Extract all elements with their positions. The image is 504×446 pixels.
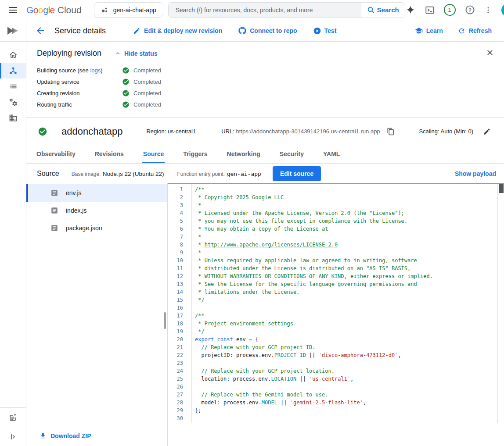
line-number: 24 bbox=[168, 367, 183, 375]
deploy-status-row: Building source (see logs) Completed bbox=[37, 64, 493, 76]
code-line: * Licensed under the Apache License, Ver… bbox=[195, 209, 497, 217]
line-number: 5 bbox=[168, 217, 183, 225]
code-line: * Project environment settings. bbox=[195, 320, 497, 328]
line-number: 14 bbox=[168, 288, 183, 296]
sidebar-item-list[interactable] bbox=[0, 78, 26, 94]
chevron-up-icon bbox=[115, 50, 121, 57]
gemini-sparkle-icon[interactable] bbox=[405, 5, 416, 15]
source-title: Source bbox=[37, 170, 59, 178]
file-item-package.json[interactable]: package.json bbox=[26, 219, 167, 237]
release-notes-button[interactable] bbox=[0, 407, 26, 427]
edit-deploy-button[interactable]: Edit & deploy new revision bbox=[133, 27, 222, 35]
expand-panel-icon bbox=[9, 433, 17, 441]
check-circle-icon bbox=[122, 67, 130, 74]
back-arrow-icon[interactable] bbox=[35, 25, 46, 36]
sidebar-item-home[interactable] bbox=[0, 47, 26, 63]
logs-link[interactable]: logs bbox=[90, 67, 101, 74]
code-editor[interactable]: 1234567891011121314151617181920212223242… bbox=[168, 183, 504, 423]
file-item-env.js[interactable]: env.js bbox=[26, 184, 167, 202]
refresh-button[interactable]: Refresh bbox=[458, 27, 492, 35]
line-number: 22 bbox=[168, 351, 183, 359]
file-icon bbox=[50, 189, 58, 197]
code-line: // Replace with your GCP project locatio… bbox=[195, 367, 497, 375]
service-details-header: Service details Edit & deploy new revisi… bbox=[26, 20, 504, 42]
code-content[interactable]: /** * Copyright 2025 Google LLC * * Lice… bbox=[192, 184, 497, 423]
line-number: 28 bbox=[168, 399, 183, 407]
more-vertical-icon[interactable] bbox=[484, 6, 492, 14]
expand-sidebar-button[interactable] bbox=[0, 427, 26, 446]
line-number: 12 bbox=[168, 272, 183, 280]
code-line: * you may not use this file except in co… bbox=[195, 217, 497, 225]
hide-status-button[interactable]: Hide status bbox=[115, 50, 157, 57]
file-item-index.js[interactable]: index.js bbox=[26, 202, 167, 219]
code-line: /** bbox=[195, 312, 497, 320]
svg-text:?: ? bbox=[468, 7, 472, 13]
line-number: 23 bbox=[168, 359, 183, 367]
search-bar[interactable]: Search (/) for resources, docs, products… bbox=[168, 2, 405, 18]
tab-triggers[interactable]: Triggers bbox=[182, 145, 208, 163]
notifications-badge[interactable]: 1 bbox=[444, 4, 456, 16]
code-line: * bbox=[195, 249, 497, 257]
close-icon[interactable] bbox=[486, 48, 494, 57]
deploy-status-panel: Deploying revision Hide status Building … bbox=[26, 42, 504, 118]
source-workspace: env.js index.js package.json Download ZI… bbox=[26, 183, 504, 446]
download-zip-button[interactable]: Download ZIP bbox=[26, 432, 167, 446]
search-button[interactable]: Search bbox=[361, 2, 405, 18]
test-button[interactable]: Test bbox=[313, 27, 337, 35]
file-name: package.json bbox=[66, 225, 102, 232]
search-input[interactable]: Search (/) for resources, docs, products… bbox=[169, 7, 361, 14]
line-number: 8 bbox=[168, 241, 183, 249]
service-url-value[interactable]: https://addonchatapp-301439142196.us-cen… bbox=[236, 128, 380, 135]
pencil-icon bbox=[133, 27, 140, 35]
menu-icon[interactable] bbox=[8, 5, 18, 15]
sidebar-bottom bbox=[0, 407, 26, 446]
sidebar-item-organization[interactable] bbox=[0, 110, 26, 126]
tab-observability[interactable]: Observability bbox=[36, 145, 76, 163]
file-panel-scrollbar[interactable] bbox=[164, 312, 166, 329]
deploy-status-row: Updating service Completed bbox=[37, 76, 493, 87]
line-number: 30 bbox=[168, 414, 183, 422]
copy-icon[interactable] bbox=[387, 128, 395, 136]
deploy-panel-title: Deploying revision bbox=[37, 49, 101, 58]
code-line: // Replace with the Gemini model to use. bbox=[195, 391, 497, 399]
github-icon bbox=[238, 27, 246, 35]
base-image-info: Base image: Node.js 22 (Ubuntu 22) bbox=[72, 170, 164, 178]
code-line: * bbox=[195, 233, 497, 241]
tab-yaml[interactable]: YAML bbox=[322, 145, 341, 163]
service-summary: addonchatapp Region: us-central1 URL: ht… bbox=[26, 118, 504, 145]
deploy-status-row: Creating revision Completed bbox=[37, 87, 493, 99]
code-line: * limitations under the License. bbox=[195, 288, 497, 296]
learn-button[interactable]: Learn bbox=[415, 27, 443, 35]
line-number: 27 bbox=[168, 391, 183, 399]
service-name: addonchatapp bbox=[61, 126, 122, 137]
home-icon bbox=[9, 50, 18, 59]
line-number: 29 bbox=[168, 407, 183, 414]
file-list: env.js index.js package.json bbox=[26, 184, 167, 237]
avatar[interactable]: P bbox=[501, 4, 504, 17]
code-line: * Copyright 2025 Google LLC bbox=[195, 193, 497, 201]
check-circle-icon bbox=[122, 89, 130, 97]
gears-icon bbox=[9, 98, 18, 107]
tab-source[interactable]: Source bbox=[142, 145, 165, 163]
google-cloud-logo[interactable]: Google Cloud bbox=[26, 5, 82, 15]
file-name: index.js bbox=[66, 207, 86, 214]
code-line: */ bbox=[195, 296, 497, 304]
cloud-shell-icon[interactable] bbox=[425, 5, 435, 15]
sidebar-item-services[interactable] bbox=[0, 94, 26, 110]
project-selector[interactable]: gen-ai-chat-app bbox=[94, 2, 163, 18]
service-url: URL: https://addonchatapp-301439142196.u… bbox=[221, 128, 380, 135]
file-icon bbox=[50, 224, 58, 232]
show-payload-link[interactable]: Show payload bbox=[455, 170, 496, 177]
edit-scaling-icon[interactable] bbox=[483, 128, 491, 136]
play-circle-icon bbox=[313, 27, 321, 35]
edit-source-button[interactable]: Edit source bbox=[273, 166, 321, 181]
code-line: model: process.env.MODEL || 'gemini-2.5-… bbox=[195, 399, 497, 407]
tab-revisions[interactable]: Revisions bbox=[94, 145, 125, 163]
connect-repo-button[interactable]: Connect to repo bbox=[238, 27, 297, 35]
tab-security[interactable]: Security bbox=[279, 145, 305, 163]
editor-scrollbar-thumb[interactable] bbox=[499, 184, 504, 193]
refresh-icon bbox=[458, 27, 465, 35]
tab-networking[interactable]: Networking bbox=[226, 145, 261, 163]
help-icon[interactable]: ? bbox=[465, 5, 475, 15]
sidebar-item-cloud-run[interactable] bbox=[0, 63, 26, 78]
